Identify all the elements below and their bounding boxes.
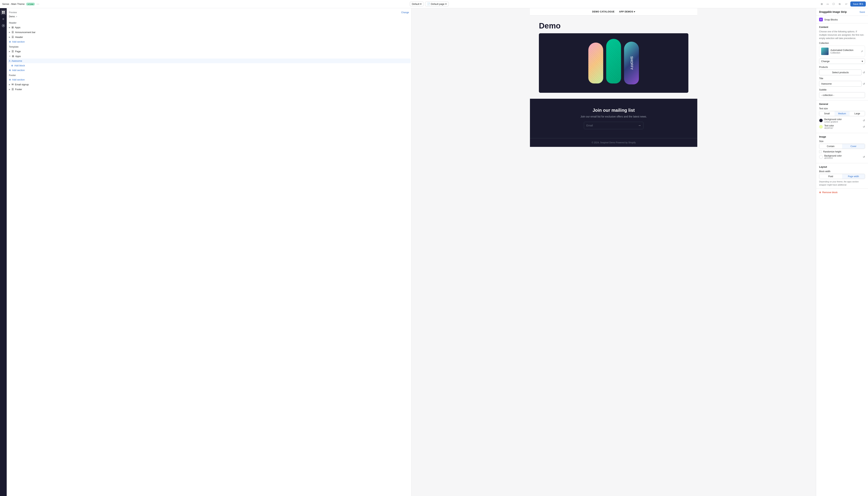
canvas-area: DEMO CATALOGUE APP DEMOS ▾ Demo <box>412 8 816 496</box>
email-submit-button[interactable]: → <box>636 122 643 129</box>
block-width-label: Block width <box>819 170 865 173</box>
device-tablet-icon[interactable]: ▭ <box>825 1 830 7</box>
sidebar-item-footer[interactable]: ▶ ☰ Footer <box>7 87 411 92</box>
snowboard-img-2 <box>606 39 621 83</box>
subtitle-input[interactable] <box>819 92 865 98</box>
title-row: ↺ <box>819 81 865 87</box>
add-section-footer-button[interactable]: ⊕ Add section <box>7 77 411 82</box>
snap-blocks-label: Snap Blocks <box>824 18 838 21</box>
topbar-right: ⊞ ▭ ☐ ⧉ ↩ Save ⌘S <box>819 1 866 7</box>
default-page-icon: 📄 <box>427 3 430 5</box>
text-color-label: Text color <box>824 124 834 127</box>
mailing-sub: Join our email list for exclusive offers… <box>534 115 693 118</box>
undo-button[interactable]: ↩ <box>843 1 849 7</box>
collection-info: Automated Collection Collection <box>831 49 853 54</box>
randomize-height-label: Randomize height <box>823 150 841 153</box>
text-size-large-button[interactable]: Large <box>850 111 865 116</box>
nav-apps-icon[interactable] <box>1 23 6 28</box>
svg-rect-2 <box>2 13 3 14</box>
nav-app-demos[interactable]: APP DEMOS ▾ <box>619 11 635 13</box>
add-block-button[interactable]: ⊕ Add block <box>7 63 411 68</box>
hero-section: Demo <box>530 15 697 33</box>
subtitle-label: Subtitle <box>819 89 865 91</box>
live-badge: ● Live <box>26 3 35 5</box>
topbar: Sense - Main Theme ● Live ··· Default ▾ … <box>0 0 868 8</box>
text-color-swatch[interactable] <box>819 125 823 129</box>
text-color-info: Text color #EDFFA7 <box>819 124 834 129</box>
demo-link[interactable]: Demo ↗ <box>7 15 411 20</box>
sidebar-item-apps-template[interactable]: ▼ ⊞ Apps <box>7 54 411 59</box>
image-size-buttons: Contain Cover <box>819 144 865 149</box>
page-icon: ☰ <box>12 50 14 53</box>
title-reset-icon[interactable]: ↺ <box>863 82 865 85</box>
product-strip-section: SHOFFY <box>530 33 697 99</box>
chevron-down-icon-2: ▾ <box>445 3 447 5</box>
plus-icon: ⊕ <box>9 40 11 43</box>
randomize-height-checkbox[interactable] <box>819 150 822 153</box>
bg-color2-row: Background color #FFFFFF ↺ <box>819 154 865 159</box>
plus-block-icon: ⊕ <box>11 64 13 67</box>
svg-rect-3 <box>3 13 5 14</box>
svg-rect-1 <box>3 11 5 12</box>
text-size-small-button[interactable]: Small <box>819 111 835 116</box>
bg-color2-reset-icon[interactable]: ↺ <box>863 155 865 158</box>
nav-settings-icon[interactable]: ⚙ <box>1 16 6 21</box>
sidebar-item-page[interactable]: ▶ ☰ Page <box>7 49 411 54</box>
device-mobile-icon[interactable]: ☐ <box>831 1 836 7</box>
sidebar-item-apps[interactable]: ▶ ⊞ Apps <box>7 25 411 30</box>
external-collection-icon[interactable]: ↗ <box>861 50 863 53</box>
change-collection-button[interactable]: Change ▾ <box>819 59 865 64</box>
snowboard-img-3: SHOFFY <box>624 42 639 84</box>
bg-color-sub: Linear gradient <box>824 121 841 123</box>
text-color-reset-icon[interactable]: ↺ <box>863 125 865 128</box>
text-size-medium-button[interactable]: Medium <box>835 111 850 116</box>
text-color-row: Text color #EDFFA7 ↺ <box>819 124 865 129</box>
image-section: Image Size Contain Cover Randomize heigh… <box>816 133 868 163</box>
collection-label: Collection <box>819 42 865 44</box>
sidebar-item-announcement[interactable]: ▶ ☰ Announcement bar <box>7 30 411 35</box>
size-cover-button[interactable]: Cover <box>842 144 865 149</box>
bg-color-swatch[interactable] <box>819 119 823 122</box>
right-panel-save-button[interactable]: Save <box>859 11 865 13</box>
block-width-page-button[interactable]: Page width <box>842 174 865 179</box>
remove-block-button[interactable]: ⊗ Remove block <box>816 189 868 196</box>
sidebar-item-email-signup[interactable]: ▶ ✉ Email signup <box>7 82 411 87</box>
chevron-right-icon-6: ▶ <box>9 88 11 90</box>
block-width-fluid-button[interactable]: Fluid <box>819 174 842 179</box>
products-reset-icon[interactable]: ↺ <box>863 71 865 74</box>
header-section-label: Header <box>7 20 411 25</box>
collection-type: Collection <box>831 51 853 54</box>
sidebar-item-header[interactable]: ▶ ☰ Header <box>7 35 411 40</box>
change-preview-button[interactable]: Change <box>401 11 409 14</box>
awesome-icon: A <box>9 60 11 62</box>
bg-color2-value: #FFFFFF <box>824 157 841 159</box>
nav-demo-catalogue[interactable]: DEMO CATALOGUE <box>592 11 615 13</box>
save-button[interactable]: Save ⌘S <box>850 1 866 6</box>
right-panel: Draggable Image Strip Save S Snap Blocks… <box>816 8 868 496</box>
add-section-template-button[interactable]: ⊕ Add section <box>7 68 411 73</box>
default-page-label: Default page <box>431 3 445 5</box>
snowboard-1 <box>588 43 603 83</box>
sidebar-item-awesome[interactable]: A Awesome <box>7 59 410 63</box>
nav-chevron-icon: ▾ <box>634 11 635 13</box>
email-input[interactable] <box>584 122 636 129</box>
default-dropdown[interactable]: Default ▾ <box>410 2 423 6</box>
more-options-button[interactable]: ··· <box>36 2 39 6</box>
block-width-desc: Depending on your theme, the apps sectio… <box>819 180 865 186</box>
default-page-dropdown[interactable]: 📄 Default page ▾ <box>425 2 449 6</box>
chevron-right-icon-3: ▶ <box>9 36 11 38</box>
title-input[interactable] <box>819 81 862 87</box>
bg-color-reset-icon[interactable]: ↺ <box>863 119 865 122</box>
layout-section: Layout Block width Fluid Page width Depe… <box>816 163 868 189</box>
topbar-center: Default ▾ 📄 Default page ▾ <box>410 2 449 6</box>
device-split-icon[interactable]: ⧉ <box>837 1 842 7</box>
remove-icon: ⊗ <box>819 191 821 194</box>
device-desktop-icon[interactable]: ⊞ <box>819 1 824 7</box>
size-contain-button[interactable]: Contain <box>819 144 842 149</box>
nav-sections-icon[interactable] <box>1 10 6 15</box>
bg-color2-swatch[interactable] <box>819 155 823 159</box>
add-section-header-button[interactable]: ⊕ Add section <box>7 40 411 44</box>
select-products-button[interactable]: Select products <box>819 69 862 75</box>
bg-color2-labels: Background color #FFFFFF <box>824 154 841 159</box>
text-color-labels: Text color #EDFFA7 <box>824 124 834 129</box>
